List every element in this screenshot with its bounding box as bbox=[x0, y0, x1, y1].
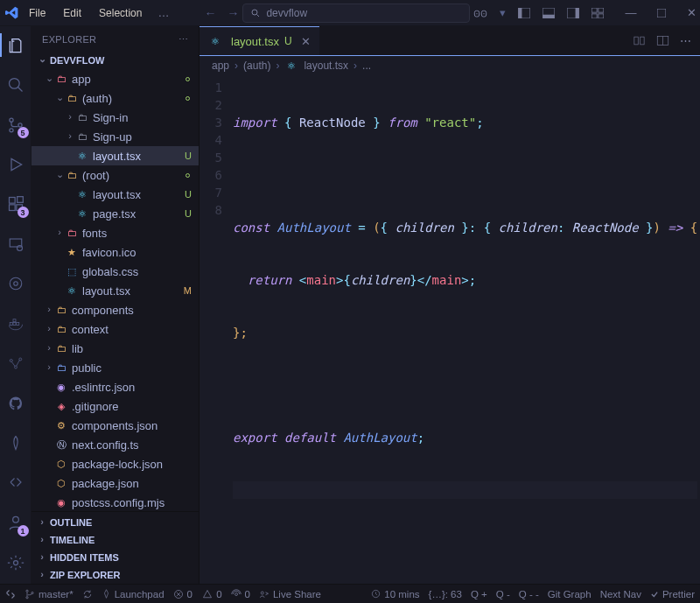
folder-app[interactable]: 🗀app bbox=[32, 69, 199, 88]
editor-area: ⚛ layout.tsx U ✕ ⋯ app› (auth)› ⚛layout.… bbox=[200, 26, 700, 584]
nav-forward-icon[interactable]: → bbox=[227, 6, 239, 20]
gitlens-icon[interactable] bbox=[0, 272, 32, 296]
github-icon[interactable] bbox=[0, 391, 32, 415]
svg-point-39 bbox=[13, 561, 18, 565]
svg-point-30 bbox=[13, 282, 18, 286]
status-ports[interactable]: 0 bbox=[231, 589, 250, 599]
tab-layout[interactable]: ⚛ layout.tsx U ✕ bbox=[200, 26, 319, 55]
panel-outline[interactable]: OUTLINE bbox=[32, 514, 199, 531]
svg-rect-34 bbox=[13, 319, 16, 321]
svg-point-4 bbox=[477, 13, 478, 14]
svg-line-1 bbox=[257, 14, 260, 17]
panel-timeline[interactable]: TIMELINE bbox=[32, 531, 199, 549]
debug-icon[interactable] bbox=[0, 152, 32, 176]
settings-gear-icon[interactable] bbox=[0, 550, 32, 575]
svg-rect-7 bbox=[519, 8, 522, 18]
file-gitignore[interactable]: ◈.gitignore bbox=[32, 396, 199, 416]
file-eslint[interactable]: ◉.eslintrc.json bbox=[32, 377, 199, 396]
tab-close-icon[interactable]: ✕ bbox=[301, 35, 311, 48]
mongodb-icon[interactable] bbox=[0, 431, 32, 454]
maximize-icon[interactable] bbox=[657, 9, 666, 18]
menu-edit[interactable]: Edit bbox=[56, 4, 88, 23]
svg-rect-9 bbox=[543, 14, 556, 18]
close-icon[interactable]: ✕ bbox=[678, 6, 700, 19]
status-gitgraph[interactable]: Git Graph bbox=[548, 589, 592, 599]
react-icon: ⚛ bbox=[208, 34, 222, 48]
file-page[interactable]: ⚛page.tsxU bbox=[32, 204, 199, 223]
status-problems[interactable]: 0 0 bbox=[173, 589, 222, 599]
svg-rect-12 bbox=[592, 8, 598, 12]
folder-context[interactable]: 🗀context bbox=[32, 319, 199, 339]
file-favicon[interactable]: ★favicon.ico bbox=[32, 242, 199, 262]
file-layout-app[interactable]: ⚛layout.tsxM bbox=[32, 281, 199, 300]
file-layout-auth[interactable]: ⚛layout.tsxU bbox=[32, 146, 199, 165]
menu-file[interactable]: File bbox=[22, 4, 52, 23]
status-launchpad[interactable]: Launchpad bbox=[102, 589, 164, 599]
graph-icon[interactable] bbox=[0, 351, 32, 375]
status-selection[interactable]: {…}: 63 bbox=[429, 589, 462, 599]
folder-signup[interactable]: 🗀Sign-up bbox=[32, 127, 199, 146]
menu-selection[interactable]: Selection bbox=[92, 4, 149, 23]
menu-overflow[interactable]: … bbox=[152, 6, 174, 19]
file-postcss[interactable]: ◉postcss.config.mjs bbox=[32, 493, 199, 511]
minimize-icon[interactable]: ― bbox=[616, 6, 645, 19]
folder-components[interactable]: 🗀components bbox=[32, 300, 199, 319]
status-qminus[interactable]: Q - bbox=[496, 589, 510, 599]
sidebar-more-icon[interactable]: ⋯ bbox=[178, 34, 188, 46]
copilot-icon[interactable] bbox=[473, 7, 487, 19]
folder-auth[interactable]: 🗀(auth) bbox=[32, 88, 199, 108]
status-branch[interactable]: master* bbox=[24, 589, 74, 599]
folder-fonts[interactable]: 🗀fonts bbox=[32, 223, 199, 242]
split-icon[interactable] bbox=[656, 35, 669, 46]
file-pkglock[interactable]: ⬡package-lock.json bbox=[32, 454, 199, 473]
extensions-icon[interactable]: 3 bbox=[0, 193, 32, 216]
breadcrumb[interactable]: app› (auth)› ⚛layout.tsx› ... bbox=[200, 56, 700, 75]
file-components-json[interactable]: ⚙components.json bbox=[32, 416, 199, 435]
layout-custom-icon[interactable] bbox=[592, 8, 604, 18]
status-sync[interactable] bbox=[82, 589, 93, 599]
code-editor[interactable]: 12345678 import { ReactNode } from "reac… bbox=[200, 75, 700, 584]
project-header[interactable]: DEVVFLOW bbox=[32, 53, 199, 69]
folder-root[interactable]: 🗀(root) bbox=[32, 165, 199, 185]
svg-rect-31 bbox=[10, 322, 12, 325]
liveshare-icon[interactable] bbox=[0, 471, 32, 494]
svg-point-29 bbox=[10, 277, 22, 290]
svg-rect-13 bbox=[598, 8, 604, 12]
status-prettier[interactable]: Prettier bbox=[650, 589, 695, 599]
docker-icon[interactable] bbox=[0, 312, 32, 335]
svg-point-50 bbox=[234, 592, 237, 595]
status-qdash[interactable]: Q - - bbox=[519, 589, 539, 599]
status-remote[interactable] bbox=[5, 589, 16, 599]
svg-rect-41 bbox=[640, 37, 644, 45]
file-globals[interactable]: ⬚globals.css bbox=[32, 262, 199, 281]
svg-point-51 bbox=[261, 592, 263, 594]
command-center[interactable]: devvflow bbox=[242, 4, 470, 23]
panel-zip[interactable]: ZIP EXPLORER bbox=[32, 566, 199, 584]
editor-more-icon[interactable]: ⋯ bbox=[680, 34, 691, 47]
search-activity-icon[interactable] bbox=[0, 73, 32, 96]
folder-lib[interactable]: 🗀lib bbox=[32, 339, 199, 358]
nav-back-icon[interactable]: ← bbox=[204, 6, 216, 20]
file-nextconfig[interactable]: Ⓝnext.config.ts bbox=[32, 435, 199, 454]
svg-point-38 bbox=[12, 516, 18, 522]
layout-panel-icon[interactable] bbox=[542, 8, 555, 18]
file-layout-root[interactable]: ⚛layout.tsxU bbox=[32, 185, 199, 204]
source-control-icon[interactable]: 5 bbox=[0, 113, 32, 137]
status-bar: master* Launchpad 0 0 0 Live Share 10 mi… bbox=[0, 584, 700, 603]
explorer-icon[interactable] bbox=[0, 33, 32, 57]
status-qplus[interactable]: Q + bbox=[471, 589, 487, 599]
layout-sidebar-icon[interactable] bbox=[518, 8, 530, 18]
svg-rect-23 bbox=[9, 198, 15, 204]
status-liveshare[interactable]: Live Share bbox=[259, 589, 321, 599]
remote-explorer-icon[interactable] bbox=[0, 232, 32, 256]
folder-public[interactable]: 🗀public bbox=[32, 358, 199, 377]
compare-icon[interactable] bbox=[633, 34, 646, 47]
panel-hidden[interactable]: HIDDEN ITEMS bbox=[32, 549, 199, 566]
layout-right-icon[interactable] bbox=[567, 8, 579, 18]
status-time[interactable]: 10 mins bbox=[371, 589, 419, 599]
folder-signin[interactable]: 🗀Sign-in bbox=[32, 108, 199, 127]
file-pkg[interactable]: ⬡package.json bbox=[32, 473, 199, 493]
account-icon[interactable]: 1 bbox=[0, 510, 32, 535]
status-nextnav[interactable]: Next Nav bbox=[600, 589, 641, 599]
svg-point-45 bbox=[26, 596, 28, 598]
